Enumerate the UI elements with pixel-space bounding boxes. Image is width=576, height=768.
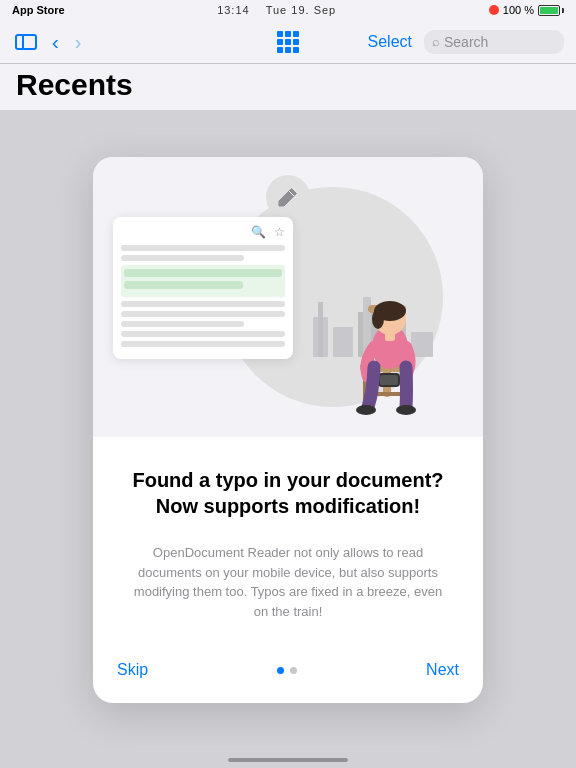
date-display: Tue 19. Sep [266,4,337,16]
main-content: 🔍 ☆ [0,110,576,750]
svg-rect-17 [385,331,395,341]
svg-point-16 [372,309,384,329]
svg-point-20 [356,405,376,415]
battery-tip [562,8,564,13]
battery-fill [540,7,558,14]
document-preview: 🔍 ☆ [113,217,293,359]
recording-indicator [489,5,499,15]
illustration-area: 🔍 ☆ [93,157,483,437]
doc-highlight [121,265,285,297]
search-placeholder: Search [444,34,488,50]
nav-bar: ‹ › Select ⌕ Search [0,20,576,64]
dot-2 [290,667,297,674]
battery-icon [538,5,564,16]
status-bar: App Store 13:14 Tue 19. Sep 100 % [0,0,576,20]
magnify-icon: 🔍 [251,225,266,239]
nav-center [277,31,299,53]
modal-footer: Skip Next [93,641,483,703]
status-right: 100 % [489,4,564,16]
svg-point-21 [396,405,416,415]
modal-text: Found a typo in your document? Now suppo… [93,437,483,641]
skip-button[interactable]: Skip [117,661,148,679]
battery-percent: 100 % [503,4,534,16]
next-button[interactable]: Next [426,661,459,679]
modal-description: OpenDocument Reader not only allows to r… [123,543,453,621]
home-indicator [228,758,348,762]
star-icon: ☆ [274,225,285,239]
forward-button[interactable]: › [71,32,86,52]
nav-left: ‹ › [12,32,277,52]
sidebar-toggle-button[interactable] [12,32,40,52]
page-indicator [277,667,297,674]
grid-icon[interactable] [277,31,299,53]
time-display: 13:14 [217,4,250,16]
sidebar-icon [15,34,37,50]
onboarding-modal: 🔍 ☆ [93,157,483,703]
search-icon: ⌕ [432,34,440,49]
select-button[interactable]: Select [368,33,412,51]
dot-1 [277,667,284,674]
person-sitting-illustration [318,247,448,427]
status-time: 13:14 Tue 19. Sep [217,4,336,16]
pencil-icon [266,175,310,219]
nav-right: Select ⌕ Search [299,30,564,54]
page-title: Recents [16,68,560,102]
back-button[interactable]: ‹ [48,32,63,52]
status-left: App Store [12,4,65,16]
doc-toolbar: 🔍 ☆ [121,225,285,239]
svg-rect-19 [380,375,398,385]
app-store-label: App Store [12,4,65,16]
search-bar[interactable]: ⌕ Search [424,30,564,54]
page-header: Recents [0,64,576,110]
modal-headline: Found a typo in your document? Now suppo… [123,467,453,519]
